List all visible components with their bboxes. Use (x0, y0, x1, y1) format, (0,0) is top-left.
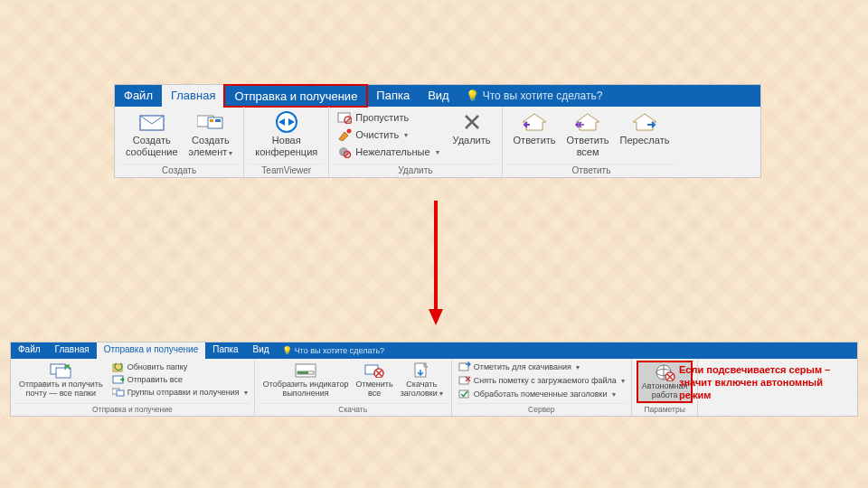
ignore-button[interactable]: Пропустить (335, 109, 441, 126)
lightbulb-icon: 💡 (466, 89, 479, 102)
show-progress-button[interactable]: Отобразить индикатор выполнения (259, 361, 353, 402)
chevron-down-icon: ▾ (404, 131, 408, 139)
svg-rect-17 (56, 368, 71, 378)
reply-icon (521, 111, 548, 133)
tell-me-text: Что вы хотите сделать? (483, 89, 603, 102)
cancel-all-button[interactable]: Отменить все (353, 361, 397, 402)
group-send-receive-label: Отправка и получение (15, 403, 250, 416)
teamviewer-icon (273, 111, 300, 133)
delete-button[interactable]: Удалить (448, 109, 496, 164)
new-meeting-button[interactable]: Новая конференция (250, 109, 323, 164)
ribbon-tabs: Файл Главная Отправка и получение Папка … (115, 85, 760, 107)
lightbulb-icon: 💡 (282, 346, 292, 355)
group-respond-label: Ответить (508, 164, 675, 177)
svg-rect-3 (210, 119, 213, 122)
reply-all-button[interactable]: Ответить всем (561, 109, 615, 164)
group-create-label: Создать (120, 164, 238, 177)
tell-me-text-b: Что вы хотите сделать? (295, 346, 385, 355)
reply-all-label: Ответить всем (567, 135, 609, 157)
new-item-label: Создать элемент (189, 135, 230, 157)
mark-icon (458, 361, 471, 373)
group-delete-label: Удалить (335, 164, 495, 177)
process-icon (458, 388, 471, 400)
tab-send-receive-b[interactable]: Отправка и получение (97, 343, 206, 359)
reply-all-icon (574, 111, 601, 133)
chevron-down-icon: ▾ (436, 148, 439, 156)
unmark-label: Снять пометку с загружаемого файла (474, 376, 617, 385)
junk-button[interactable]: Нежелательные▾ (335, 144, 441, 160)
group-delete: Пропустить Очистить▾ Нежелательные▾ Удал… (329, 107, 502, 177)
svg-rect-21 (117, 390, 124, 396)
cleanup-icon (337, 127, 352, 142)
forward-button[interactable]: Переслать (615, 109, 675, 164)
reply-button[interactable]: Ответить (508, 109, 561, 164)
tell-me[interactable]: 💡 Что вы хотите сделать? (458, 85, 610, 107)
cleanup-button[interactable]: Очистить▾ (335, 127, 441, 143)
delete-label: Удалить (453, 135, 491, 146)
unmark-button[interactable]: Снять пометку с загружаемого файла▾ (457, 374, 627, 387)
send-all-icon (112, 373, 125, 386)
tab-folder-b[interactable]: Папка (205, 343, 245, 359)
cancel-icon (363, 361, 386, 380)
send-receive-groups-button[interactable]: Группы отправки и получения▾ (110, 386, 250, 399)
chevron-down-icon: ▾ (612, 390, 616, 399)
chevron-down-icon: ▾ (244, 389, 248, 397)
tab-home-b[interactable]: Главная (48, 343, 97, 359)
send-receive-groups-label: Группы отправки и получения (127, 388, 240, 397)
ignore-label: Пропустить (355, 112, 409, 123)
tab-view-b[interactable]: Вид (246, 343, 277, 359)
tab-home[interactable]: Главная (162, 85, 224, 107)
envelope-icon (138, 111, 165, 133)
progress-icon (294, 361, 317, 380)
group-send-receive: Отправить и получить почту — все папки О… (11, 359, 255, 416)
group-create: Создать сообщение Создать элемент▾ Созда… (115, 107, 244, 177)
new-message-button[interactable]: Создать сообщение (120, 109, 184, 164)
group-teamviewer: Новая конференция TeamViewer (244, 107, 329, 177)
svg-rect-22 (296, 364, 316, 377)
group-download-label: Скачать (259, 403, 447, 416)
mark-download-label: Отметить для скачивания (474, 362, 571, 371)
tab-send-receive[interactable]: Отправка и получение (223, 84, 368, 108)
cleanup-label: Очистить (355, 129, 399, 140)
group-download: Отобразить индикатор выполнения Отменить… (255, 359, 452, 416)
junk-label: Нежелательные (355, 146, 429, 157)
reply-label: Ответить (514, 135, 556, 146)
delete-icon (458, 111, 486, 133)
ribbon-tabs-b: Файл Главная Отправка и получение Папка … (11, 343, 857, 359)
groups-icon (112, 386, 125, 399)
process-headers-button[interactable]: Обработать помеченные заголовки▾ (457, 388, 627, 400)
send-receive-all-button[interactable]: Отправить и получить почту — все папки (15, 361, 107, 402)
show-progress-label: Отобразить индикатор выполнения (263, 380, 349, 399)
mark-download-button[interactable]: Отметить для скачивания▾ (457, 361, 627, 373)
tab-file-b[interactable]: Файл (11, 343, 48, 359)
chevron-down-icon: ▾ (439, 389, 443, 398)
download-headers-label: Скачать заголовки (401, 380, 438, 398)
update-folder-button[interactable]: Обновить папку (110, 361, 250, 373)
ribbon-home: Файл Главная Отправка и получение Папка … (114, 84, 761, 178)
forward-icon (631, 111, 658, 133)
send-all-button[interactable]: Отправить все (110, 373, 250, 386)
send-receive-icon (49, 361, 72, 380)
tab-file[interactable]: Файл (115, 85, 162, 107)
arrow-down-icon (429, 201, 443, 325)
tab-view[interactable]: Вид (419, 85, 458, 107)
new-meeting-label: Новая конференция (255, 135, 317, 157)
cancel-all-label: Отменить все (356, 380, 393, 399)
new-item-icon (197, 111, 224, 133)
offline-icon (653, 363, 676, 381)
junk-icon (337, 145, 352, 159)
arrow-annotation (429, 201, 443, 325)
group-server: Отметить для скачивания▾ Снять пометку с… (452, 359, 632, 416)
tab-folder[interactable]: Папка (367, 85, 419, 107)
download-headers-button[interactable]: Скачать заголовки▾ (397, 361, 447, 402)
new-item-button[interactable]: Создать элемент▾ (184, 109, 239, 164)
chevron-down-icon: ▾ (229, 149, 232, 157)
send-all-label: Отправить все (127, 375, 183, 384)
callout-text: Если подсвечивается серым – значит включ… (679, 364, 855, 401)
chevron-down-icon: ▾ (576, 363, 580, 371)
process-headers-label: Обработать помеченные заголовки (474, 389, 608, 399)
svg-point-9 (347, 129, 352, 134)
tell-me-b[interactable]: 💡 Что вы хотите сделать? (277, 343, 391, 359)
forward-label: Переслать (620, 135, 670, 146)
ribbon-body: Создать сообщение Создать элемент▾ Созда… (115, 107, 760, 177)
